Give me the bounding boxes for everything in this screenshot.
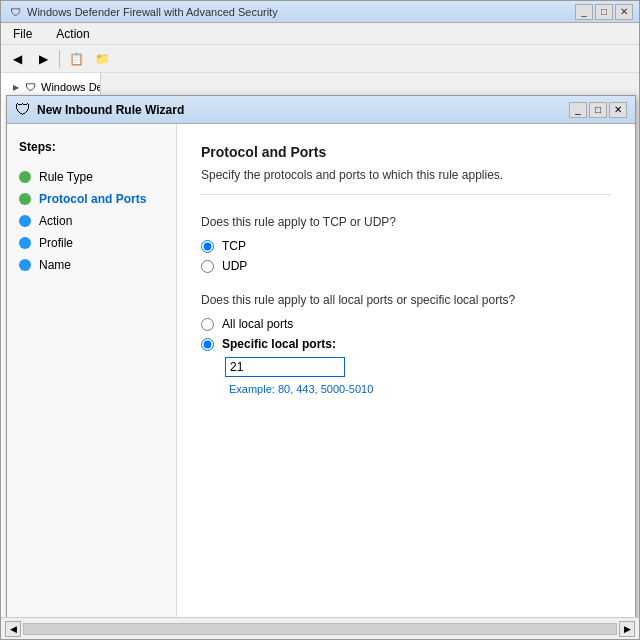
step-label-action: Action [39, 214, 72, 228]
tcp-radio-item: TCP [201, 239, 611, 253]
toolbar-separator [59, 50, 60, 68]
app-icon: 🛡 [7, 4, 23, 20]
wizard-titlebar: 🛡 New Inbound Rule Wizard _ □ ✕ [7, 96, 635, 124]
menu-action[interactable]: Action [48, 25, 97, 43]
statusbar-scroll: ◀ ▶ [5, 621, 635, 637]
wizard-title: New Inbound Rule Wizard [37, 103, 184, 117]
maximize-button[interactable]: □ [595, 4, 613, 20]
outer-title: Windows Defender Firewall with Advanced … [27, 6, 278, 18]
step-label-rule-type: Rule Type [39, 170, 93, 184]
all-ports-radio[interactable] [201, 318, 214, 331]
wizard-close-button[interactable]: ✕ [609, 102, 627, 118]
step-dot-protocol-ports [19, 193, 31, 205]
menubar: File Action [1, 23, 639, 45]
tree-expand-arrow: ▶ [13, 83, 19, 92]
statusbar: ◀ ▶ [1, 617, 639, 639]
tree-item-label: Windows De... [41, 81, 100, 93]
wizard-page-subtitle: Specify the protocols and ports to which… [201, 168, 611, 195]
scroll-left-button[interactable]: ◀ [5, 621, 21, 637]
step-item-protocol-ports[interactable]: Protocol and Ports [19, 188, 164, 210]
step-item-profile[interactable]: Profile [19, 232, 164, 254]
udp-radio-item: UDP [201, 259, 611, 273]
ports-radio-group: All local ports Specific local ports: Ex… [201, 317, 611, 395]
step-label-protocol-ports: Protocol and Ports [39, 192, 146, 206]
ports-input[interactable] [225, 357, 345, 377]
step-dot-profile [19, 237, 31, 249]
step-item-action[interactable]: Action [19, 210, 164, 232]
specific-ports-label: Specific local ports: [222, 337, 336, 351]
toolbar-copy-button[interactable]: 📋 [64, 48, 88, 70]
specific-ports-radio[interactable] [201, 338, 214, 351]
toolbar-forward-button[interactable]: ▶ [31, 48, 55, 70]
ports-question: Does this rule apply to all local ports … [201, 293, 611, 307]
tcp-udp-question: Does this rule apply to TCP or UDP? [201, 215, 611, 229]
ports-example-row: Example: 80, 443, 5000-5010 [225, 383, 611, 395]
all-ports-radio-item: All local ports [201, 317, 611, 331]
wizard-steps-panel: Steps: Rule Type Protocol and Ports Acti… [7, 124, 177, 617]
wizard-window-controls: _ □ ✕ [569, 102, 627, 118]
step-label-name: Name [39, 258, 71, 272]
toolbar-back-button[interactable]: ◀ [5, 48, 29, 70]
scroll-track[interactable] [23, 623, 617, 635]
scroll-right-button[interactable]: ▶ [619, 621, 635, 637]
wizard-body: Steps: Rule Type Protocol and Ports Acti… [7, 124, 635, 617]
step-dot-rule-type [19, 171, 31, 183]
steps-title: Steps: [19, 140, 164, 154]
wizard-page-title: Protocol and Ports [201, 144, 611, 160]
menu-file[interactable]: File [5, 25, 40, 43]
all-ports-label[interactable]: All local ports [222, 317, 293, 331]
main-area: ▶ 🛡 Windows De... 📋 Inbound... 📋 Outboun… [1, 73, 639, 617]
window-controls: _ □ ✕ [575, 4, 633, 20]
step-label-profile: Profile [39, 236, 73, 250]
wizard-dialog: 🛡 New Inbound Rule Wizard _ □ ✕ Steps: R… [6, 95, 636, 617]
specific-ports-radio-item: Specific local ports: [201, 337, 611, 351]
ports-example-text: Example: 80, 443, 5000-5010 [229, 383, 373, 395]
udp-radio[interactable] [201, 260, 214, 273]
minimize-button[interactable]: _ [575, 4, 593, 20]
tree-item-windows-defender[interactable]: ▶ 🛡 Windows De... [1, 77, 100, 97]
step-item-name[interactable]: Name [19, 254, 164, 276]
tcp-label[interactable]: TCP [222, 239, 246, 253]
toolbar-folder-button[interactable]: 📁 [90, 48, 114, 70]
toolbar: ◀ ▶ 📋 📁 [1, 45, 639, 73]
wizard-main-content: Protocol and Ports Specify the protocols… [177, 124, 635, 617]
wizard-minimize-button[interactable]: _ [569, 102, 587, 118]
tcp-radio[interactable] [201, 240, 214, 253]
udp-label[interactable]: UDP [222, 259, 247, 273]
ports-input-row [225, 357, 611, 377]
wizard-maximize-button[interactable]: □ [589, 102, 607, 118]
step-dot-action [19, 215, 31, 227]
step-dot-name [19, 259, 31, 271]
tree-shield-icon: 🛡 [22, 79, 38, 95]
close-button[interactable]: ✕ [615, 4, 633, 20]
outer-titlebar: 🛡 Windows Defender Firewall with Advance… [1, 1, 639, 23]
step-item-rule-type[interactable]: Rule Type [19, 166, 164, 188]
tcp-udp-radio-group: TCP UDP [201, 239, 611, 273]
wizard-title-icon: 🛡 [15, 101, 31, 119]
outer-window: 🛡 Windows Defender Firewall with Advance… [0, 0, 640, 640]
